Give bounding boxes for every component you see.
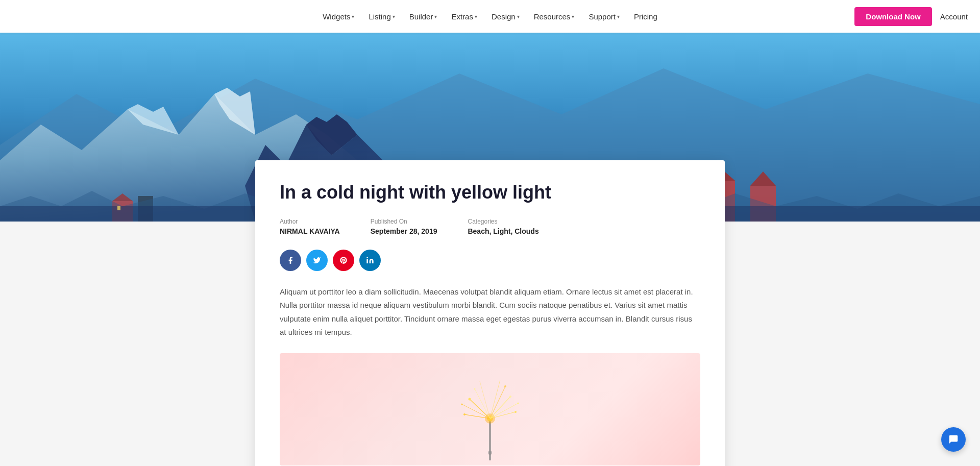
meta-author: Author NIRMAL KAVAIYA xyxy=(280,218,340,235)
twitter-icon xyxy=(313,256,321,264)
nav-label-builder: Builder xyxy=(409,12,433,21)
nav-item-listing[interactable]: Listing ▾ xyxy=(362,8,401,25)
account-link[interactable]: Account xyxy=(940,12,968,21)
navbar: Widgets ▾ Listing ▾ Builder ▾ Extras ▾ D… xyxy=(0,0,980,33)
article-body: Aliquam ut porttitor leo a diam sollicit… xyxy=(280,285,700,339)
page-wrapper: Widgets ▾ Listing ▾ Builder ▾ Extras ▾ D… xyxy=(0,33,980,466)
svg-line-31 xyxy=(475,389,490,419)
chevron-down-icon: ▾ xyxy=(475,14,477,19)
facebook-icon xyxy=(286,256,295,264)
nav-label-pricing: Pricing xyxy=(634,12,657,21)
chevron-down-icon: ▾ xyxy=(352,14,354,19)
nav-label-support: Support xyxy=(589,12,616,21)
svg-line-35 xyxy=(480,381,490,419)
svg-line-34 xyxy=(490,403,518,419)
svg-point-38 xyxy=(509,396,511,398)
nav-label-design: Design xyxy=(492,12,516,21)
social-icons xyxy=(280,250,700,271)
facebook-share-button[interactable] xyxy=(280,250,301,271)
nav-item-resources[interactable]: Resources ▾ xyxy=(528,8,581,25)
nav-item-extras[interactable]: Extras ▾ xyxy=(445,8,483,25)
nav-item-pricing[interactable]: Pricing xyxy=(628,8,664,25)
nav-item-widgets[interactable]: Widgets ▾ xyxy=(316,8,360,25)
chat-icon xyxy=(948,434,959,445)
sparkler-illustration xyxy=(439,358,541,460)
nav-label-resources: Resources xyxy=(534,12,571,21)
nav-label-listing: Listing xyxy=(369,12,390,21)
article-title: In a cold night with yellow light xyxy=(280,181,700,204)
meta-row: Author NIRMAL KAVAIYA Published On Septe… xyxy=(280,218,700,235)
nav-inner: Widgets ▾ Listing ▾ Builder ▾ Extras ▾ D… xyxy=(133,8,847,25)
svg-point-41 xyxy=(474,388,476,390)
nav-label-widgets: Widgets xyxy=(323,12,350,21)
article-image xyxy=(280,353,700,465)
nav-item-design[interactable]: Design ▾ xyxy=(485,8,526,25)
pinterest-icon xyxy=(339,256,348,264)
chevron-down-icon: ▾ xyxy=(617,14,620,19)
svg-point-37 xyxy=(469,398,471,401)
svg-point-23 xyxy=(366,257,368,258)
nav-links: Widgets ▾ Listing ▾ Builder ▾ Extras ▾ D… xyxy=(145,8,835,25)
meta-categories: Categories Beach, Light, Clouds xyxy=(468,218,538,235)
chevron-down-icon: ▾ xyxy=(572,14,574,19)
nav-right: Download Now Account xyxy=(854,7,968,26)
svg-line-32 xyxy=(490,386,505,419)
nav-item-builder[interactable]: Builder ▾ xyxy=(403,8,444,25)
linkedin-share-button[interactable] xyxy=(359,250,381,271)
chevron-down-icon: ▾ xyxy=(434,14,437,19)
published-label: Published On xyxy=(371,218,437,225)
linkedin-icon xyxy=(366,256,374,264)
meta-published: Published On September 28, 2019 xyxy=(371,218,437,235)
nav-label-extras: Extras xyxy=(451,12,473,21)
categories-label: Categories xyxy=(468,218,538,225)
pinterest-share-button[interactable] xyxy=(333,250,354,271)
download-now-button[interactable]: Download Now xyxy=(854,7,932,26)
chat-bubble-button[interactable] xyxy=(941,427,966,452)
svg-point-42 xyxy=(504,385,506,387)
categories-value: Beach, Light, Clouds xyxy=(468,227,538,235)
svg-point-40 xyxy=(514,411,517,413)
author-value: NIRMAL KAVAIYA xyxy=(280,227,340,235)
published-value: September 28, 2019 xyxy=(371,227,437,235)
author-label: Author xyxy=(280,218,340,225)
article-card: In a cold night with yellow light Author… xyxy=(255,160,725,466)
twitter-share-button[interactable] xyxy=(306,250,328,271)
chevron-down-icon: ▾ xyxy=(517,14,520,19)
svg-point-43 xyxy=(461,404,463,405)
svg-rect-22 xyxy=(117,206,120,210)
svg-point-39 xyxy=(463,413,465,415)
nav-item-support[interactable]: Support ▾ xyxy=(582,8,626,25)
chevron-down-icon: ▾ xyxy=(393,14,395,19)
svg-point-44 xyxy=(518,403,519,404)
svg-point-45 xyxy=(488,451,492,455)
